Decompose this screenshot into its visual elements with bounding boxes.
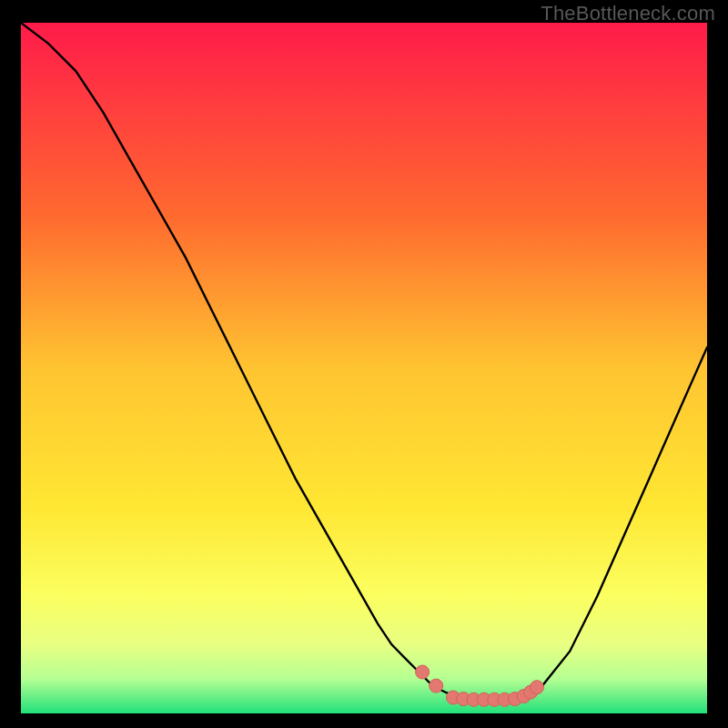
- marker-dot: [531, 681, 544, 694]
- plot-area: [21, 23, 707, 713]
- chart-frame: TheBottleneck.com: [0, 0, 728, 728]
- gradient-bg: [21, 23, 707, 713]
- marker-dot: [430, 679, 443, 693]
- marker-dot: [416, 665, 430, 679]
- chart-svg: [21, 23, 707, 713]
- watermark-text: TheBottleneck.com: [541, 2, 715, 25]
